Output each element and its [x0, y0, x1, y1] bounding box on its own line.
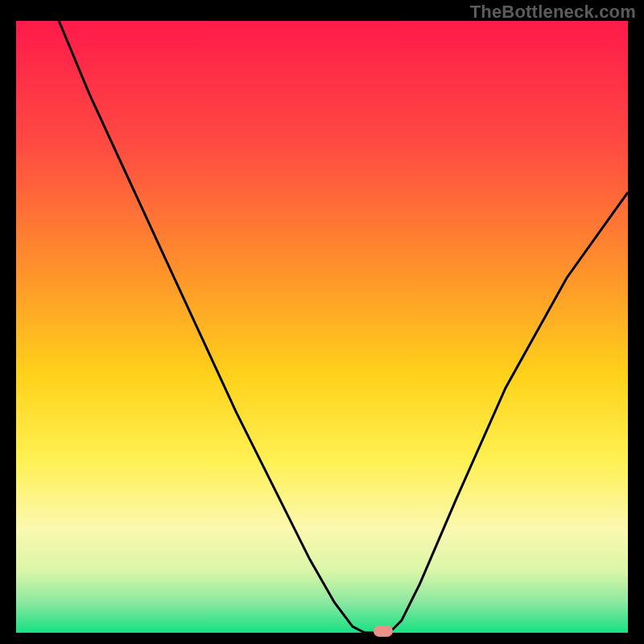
- min-marker: [374, 625, 393, 637]
- chart-frame: TheBottleneck.com: [0, 0, 644, 644]
- gradient-background: [16, 21, 628, 633]
- plot-area: [16, 21, 628, 633]
- chart-svg: [16, 21, 628, 633]
- watermark-text: TheBottleneck.com: [470, 2, 636, 23]
